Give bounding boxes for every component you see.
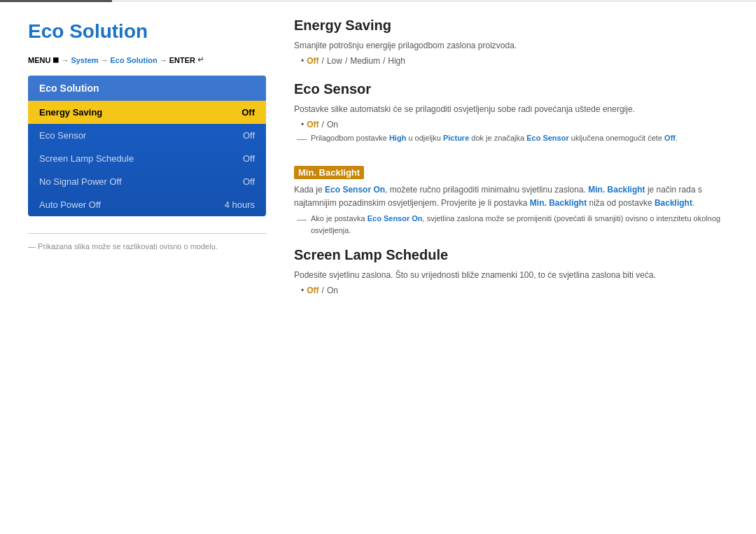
energy-saving-title: Energy Saving (294, 17, 728, 34)
min-backlight-bold: Min. Backlight (588, 185, 645, 195)
eco-sensor-desc: Postavke slike automatski će se prilagod… (294, 103, 728, 115)
eco-menu-value-screen-lamp: Off (243, 153, 255, 164)
eco-sensor-on-label: Eco Sensor On (325, 185, 385, 195)
note-picture: Picture (443, 134, 469, 142)
line-light (112, 1, 756, 1)
note-high: High (389, 134, 406, 142)
min-backlight-note: — Ako je postavka Eco Sensor On, svjetli… (297, 213, 728, 236)
line-dark (0, 0, 112, 2)
eco-menu-item-no-signal[interactable]: No Signal Power Off Off (28, 170, 266, 193)
section-min-backlight: Min. Backlight Kada je Eco Sensor On, mo… (294, 162, 728, 236)
enter-icon: ↵ (197, 55, 204, 64)
eco-menu-label-no-signal: No Signal Power Off (39, 176, 122, 187)
eco-sensor-option: Off / On (301, 120, 728, 129)
energy-saving-sep2: / (345, 56, 347, 66)
energy-saving-options: Off / Low / Medium / High (301, 56, 728, 66)
note-eco-sensor: Eco Sensor (526, 134, 569, 142)
system-link: System (71, 56, 98, 64)
page-title: Eco Solution (28, 20, 266, 43)
eco-menu-item-energy-saving[interactable]: Energy Saving Off (28, 101, 266, 124)
screen-lamp-sep: / (322, 286, 324, 295)
energy-saving-low: Low (327, 56, 342, 66)
left-note: — Prikazana slika može se razlikovati ov… (28, 233, 266, 251)
energy-saving-medium: Medium (350, 56, 380, 66)
right-panel: Energy Saving Smanjite potrošnju energij… (294, 9, 728, 311)
eco-sensor-note: — Prilagodbom postavke High u odjeljku P… (297, 132, 728, 146)
energy-saving-option: Off / Low / Medium / High (301, 56, 728, 66)
arrow2: → (101, 56, 108, 64)
eco-menu-item-screen-lamp[interactable]: Screen Lamp Schedule Off (28, 147, 266, 170)
eco-solution-link: Eco Solution (111, 56, 158, 64)
eco-box: Eco Solution Energy Saving Off Eco Senso… (28, 76, 266, 216)
section-energy-saving: Energy Saving Smanjite potrošnju energij… (294, 17, 728, 66)
screen-lamp-options: Off / On (301, 286, 728, 295)
eco-menu-item-auto-power[interactable]: Auto Power Off 4 hours (28, 193, 266, 216)
min-backlight-label: Min. Backlight (294, 166, 364, 179)
left-panel: Eco Solution MENU ◼ → System → Eco Solut… (28, 9, 266, 311)
note-text2: Ako je postavka Eco Sensor On, svjetlina… (311, 213, 728, 236)
backlight-bold: Backlight (654, 198, 692, 208)
screen-lamp-desc: Podesite svjetlinu zaslona. Što su vrije… (294, 269, 728, 281)
menu-icon: ◼ (52, 55, 59, 64)
note-dash2: — (297, 212, 307, 227)
eco-menu-value-auto-power: 4 hours (225, 199, 255, 210)
eco-menu-value-energy-saving: Off (241, 107, 255, 118)
section-eco-sensor: Eco Sensor Postavke slike automatski će … (294, 81, 728, 146)
eco-menu-item-eco-sensor[interactable]: Eco Sensor Off (28, 124, 266, 147)
main-layout: Eco Solution MENU ◼ → System → Eco Solut… (0, 9, 756, 311)
arrow3: → (160, 56, 167, 64)
note-text: Prilagodbom postavke High u odjeljku Pic… (311, 132, 678, 144)
energy-saving-high: High (388, 56, 405, 66)
section-screen-lamp: Screen Lamp Schedule Podesite svjetlinu … (294, 247, 728, 295)
eco-box-title: Eco Solution (28, 76, 266, 101)
eco-sensor-on: On (327, 120, 338, 129)
menu-keyword: MENU (28, 56, 50, 64)
enter-label: ENTER (169, 56, 195, 64)
min-backlight-desc: Kada je Eco Sensor On, možete ručno pril… (294, 183, 728, 210)
eco-menu-value-no-signal: Off (243, 176, 255, 187)
eco-menu-label-screen-lamp: Screen Lamp Schedule (39, 153, 134, 164)
screen-lamp-option: Off / On (301, 286, 728, 295)
arrow1: → (61, 56, 69, 64)
menu-path: MENU ◼ → System → Eco Solution → ENTER ↵ (28, 55, 266, 64)
eco-sensor-off: Off (307, 120, 318, 129)
eco-menu-label-auto-power: Auto Power Off (39, 199, 101, 210)
energy-saving-desc: Smanjite potrošnju energije prilagodbom … (294, 39, 728, 52)
screen-lamp-on: On (327, 286, 338, 295)
energy-saving-sep3: / (383, 56, 385, 66)
energy-saving-off: Off (307, 56, 318, 66)
screen-lamp-title: Screen Lamp Schedule (294, 247, 728, 263)
eco-sensor-sep: / (322, 120, 324, 129)
energy-saving-sep1: / (322, 56, 324, 66)
note-eco-on: Eco Sensor On (368, 214, 423, 223)
eco-menu-label-eco-sensor: Eco Sensor (39, 130, 86, 141)
eco-sensor-title: Eco Sensor (294, 81, 728, 97)
note-dash: — (297, 132, 307, 146)
top-divider (0, 0, 756, 2)
min-backlight-bold2: Min. Backlight (530, 198, 587, 208)
eco-menu-value-eco-sensor: Off (243, 130, 255, 141)
note-off: Off (664, 134, 676, 142)
eco-sensor-options: Off / On (301, 120, 728, 129)
eco-menu-label-energy-saving: Energy Saving (39, 107, 102, 118)
screen-lamp-off: Off (307, 286, 318, 295)
